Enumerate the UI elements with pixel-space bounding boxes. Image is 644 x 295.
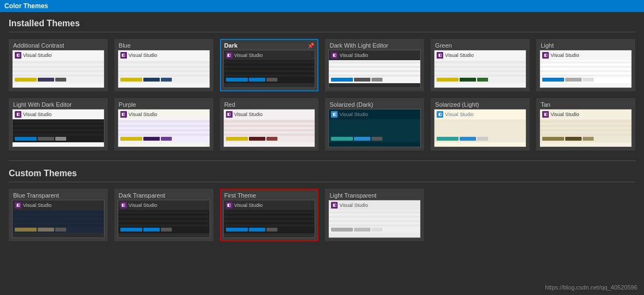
preview-footer <box>434 77 526 83</box>
theme-card[interactable]: Purple◧Visual Studio <box>114 98 213 151</box>
color-bar <box>372 78 382 82</box>
theme-preview: ◧Visual Studio <box>118 200 210 238</box>
vs-icon: ◧ <box>542 111 549 118</box>
theme-preview: ◧Visual Studio <box>118 109 210 147</box>
color-bar <box>38 78 54 82</box>
theme-name-label: Additional Contrast <box>10 40 107 50</box>
theme-card[interactable]: First Theme◧Visual Studio <box>220 189 319 241</box>
color-bar <box>437 137 459 141</box>
theme-name-label: Light <box>537 40 634 50</box>
vs-icon: ◧ <box>15 202 21 209</box>
color-bar <box>354 228 370 232</box>
color-bar <box>354 137 370 141</box>
color-bar <box>266 78 277 82</box>
theme-card[interactable]: Green◧Visual Studio <box>431 39 530 91</box>
installed-themes-grid: Additional Contrast◧Visual StudioBlue◧Vi… <box>9 39 635 151</box>
theme-card[interactable]: Additional Contrast◧Visual Studio <box>9 39 108 91</box>
preview-label: Visual Studio <box>234 112 263 117</box>
theme-card[interactable]: Dark📌◧Visual Studio <box>220 39 319 91</box>
theme-card[interactable]: Solarized (Light)◧Visual Studio <box>431 98 530 151</box>
preview-label: Visual Studio <box>339 112 368 117</box>
preview-footer <box>329 227 420 233</box>
watermark-text: https://blog.csdn.net/qq_40520596 <box>545 284 637 291</box>
preview-footer <box>329 77 420 83</box>
theme-card[interactable]: Red◧Visual Studio <box>220 98 319 151</box>
title-bar: Color Themes <box>0 0 644 12</box>
preview-label: Visual Studio <box>23 112 51 117</box>
color-bar <box>437 78 459 82</box>
theme-preview: ◧Visual Studio <box>12 109 105 147</box>
preview-label: Visual Studio <box>445 53 473 58</box>
vs-icon: ◧ <box>226 202 233 209</box>
theme-card[interactable]: Light◧Visual Studio <box>536 39 635 91</box>
preview-footer <box>224 136 315 142</box>
theme-card[interactable]: Tan◧Visual Studio <box>536 98 635 151</box>
color-bar <box>226 137 248 141</box>
theme-card[interactable]: Blue◧Visual Studio <box>114 39 213 91</box>
theme-card[interactable]: Dark With Light Editor◧Visual Studio <box>325 39 424 91</box>
preview-label: Visual Studio <box>445 112 473 117</box>
color-bar <box>55 228 66 232</box>
color-bar <box>143 78 160 82</box>
vs-icon: ◧ <box>331 52 338 59</box>
theme-name-label: Red <box>221 99 318 109</box>
color-bar <box>161 78 172 82</box>
theme-preview: ◧Visual Studio <box>12 200 105 238</box>
vs-icon: ◧ <box>226 52 233 59</box>
theme-preview: ◧Visual Studio <box>328 200 421 238</box>
theme-name-label: Solarized (Light) <box>432 99 529 109</box>
theme-name-label: Blue Transparent <box>10 190 107 200</box>
color-bar <box>55 137 66 141</box>
color-bar <box>15 137 37 141</box>
preview-label: Visual Studio <box>234 203 263 208</box>
color-bar <box>143 228 160 232</box>
preview-label: Visual Studio <box>339 203 368 208</box>
vs-icon: ◧ <box>437 52 443 59</box>
theme-name-label: Light With Dark Editor <box>10 99 107 109</box>
preview-label: Visual Studio <box>129 112 157 117</box>
color-bar <box>477 78 488 82</box>
pin-icon: 📌 <box>308 43 314 49</box>
theme-card[interactable]: Dark Transparent◧Visual Studio <box>114 189 213 241</box>
color-bar <box>38 228 54 232</box>
preview-footer <box>224 227 315 233</box>
theme-card[interactable]: Blue Transparent◧Visual Studio <box>9 189 108 241</box>
color-bar <box>583 137 594 141</box>
color-bar <box>249 228 265 232</box>
color-bar <box>331 228 353 232</box>
theme-preview: ◧Visual Studio <box>12 50 105 88</box>
theme-preview: ◧Visual Studio <box>328 50 421 88</box>
vs-icon: ◧ <box>331 202 338 209</box>
color-bar <box>460 78 476 82</box>
preview-footer <box>118 77 210 83</box>
theme-name-label: Purple <box>115 99 212 109</box>
theme-card[interactable]: Solarized (Dark)◧Visual Studio <box>325 98 424 151</box>
preview-footer <box>118 227 210 233</box>
color-bar <box>120 137 142 141</box>
color-bar <box>542 137 564 141</box>
theme-preview: ◧Visual Studio <box>539 109 632 147</box>
color-bar <box>460 137 476 141</box>
color-bar <box>38 137 54 141</box>
preview-label: Visual Studio <box>129 53 157 58</box>
theme-name-label: Dark With Light Editor <box>326 40 423 50</box>
color-bar <box>583 78 594 82</box>
color-bar <box>331 78 353 82</box>
preview-label: Visual Studio <box>339 53 368 58</box>
theme-card[interactable]: Light With Dark Editor◧Visual Studio <box>9 98 108 151</box>
custom-section-title: Custom Themes <box>9 169 635 182</box>
color-bar <box>15 228 37 232</box>
theme-card[interactable]: Light Transparent◧Visual Studio <box>325 189 424 241</box>
preview-footer <box>118 136 210 142</box>
vs-icon: ◧ <box>120 111 127 118</box>
color-bar <box>266 137 277 141</box>
color-bar <box>55 78 66 82</box>
preview-label: Visual Studio <box>23 53 51 58</box>
preview-footer <box>13 136 104 142</box>
color-bar <box>477 137 488 141</box>
preview-label: Visual Studio <box>234 53 263 58</box>
color-bar <box>354 78 370 82</box>
preview-footer <box>540 136 631 142</box>
theme-name-label: Green <box>432 40 529 50</box>
custom-themes-grid: Blue Transparent◧Visual StudioDark Trans… <box>9 189 635 241</box>
